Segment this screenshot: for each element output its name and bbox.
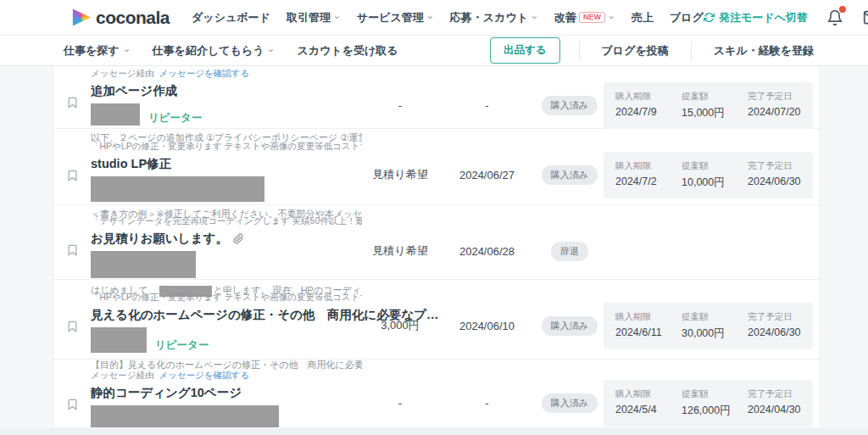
item-title[interactable]: studio LP修正 bbox=[91, 156, 171, 172]
purchase-detail-panel: 購入期限2024/7/9 提案額15,000円 完了予定日2024/07/20 bbox=[604, 82, 813, 129]
date-cell: 2024/06/10 bbox=[438, 320, 536, 332]
via-line: 「HPやLPの修正・変更承ります テキストや画像の変更等低コストで修正・…」経由 bbox=[91, 141, 362, 153]
switch-to-buyer-mode-link[interactable]: 発注モードへ切替 bbox=[704, 10, 808, 25]
nav-dashboard[interactable]: ダッシュボード bbox=[192, 10, 270, 25]
price-cell: 見積り希望 bbox=[362, 243, 438, 259]
chevron-down-icon bbox=[267, 47, 275, 54]
date-cell: - bbox=[438, 99, 536, 112]
header-actions: 発注モードへ切替 3 ? bbox=[704, 6, 868, 29]
subnav-find-work[interactable]: 仕事を探す bbox=[64, 43, 131, 59]
chevron-down-icon bbox=[531, 14, 538, 21]
request-list-area: メッセージ経由メッセージを確認する 追加ページ作成 リピーター 以下、２ページの… bbox=[0, 66, 868, 435]
price-cell: - bbox=[362, 99, 438, 112]
purchase-deadline: 2024/6/11 bbox=[615, 326, 668, 338]
subnav-get-referrals[interactable]: 仕事を紹介してもらう bbox=[153, 43, 275, 59]
check-message-link[interactable]: メッセージを確認する bbox=[159, 68, 249, 78]
seller-subnav: 仕事を探す 仕事を紹介してもらう スカウトを受け取る 出品する ブログを投稿 ス… bbox=[0, 36, 868, 66]
proposal-amount: 15,000円 bbox=[682, 106, 734, 120]
bookmark-icon bbox=[66, 243, 79, 258]
status-badge: 購入済み bbox=[542, 96, 598, 115]
redacted-client-name bbox=[91, 103, 140, 125]
price-cell: 3,000円 bbox=[362, 318, 438, 333]
redacted-client-name bbox=[91, 327, 147, 353]
item-title[interactable]: お見積りお願いします。 bbox=[91, 231, 228, 247]
list-item[interactable]: メッセージ経由メッセージを確認する 追加ページ作成 リピーター 以下、２ページの… bbox=[53, 66, 820, 129]
chevron-down-icon bbox=[333, 14, 341, 21]
list-item[interactable]: メッセージ経由メッセージを確認する 静的コーディング10ページ 静的コーディング… bbox=[53, 360, 820, 427]
coconala-logo-icon bbox=[72, 8, 91, 27]
bookmark-button[interactable] bbox=[53, 95, 91, 110]
item-title[interactable]: 追加ページ作成 bbox=[91, 83, 177, 99]
list-item[interactable]: 「HPやLPの修正・変更承ります テキストや画像の変更等低コストで修正・…」経由… bbox=[53, 129, 820, 205]
subnav-right: 出品する ブログを投稿 スキル・経験を登録 bbox=[490, 37, 814, 64]
date-cell: 2024/06/27 bbox=[438, 169, 536, 181]
via-line: 「デザインデータを完全再現コーディングします 実績50件以上！最短即日… 」経由 bbox=[91, 215, 362, 227]
messages-button[interactable]: 3 bbox=[862, 8, 868, 28]
price-cell: 見積り希望 bbox=[362, 167, 438, 182]
via-line: 「HPやLPの修正・変更承ります テキストや画像の変更等低コストで修正・…」経由 bbox=[91, 292, 362, 304]
bookmark-icon bbox=[66, 168, 79, 183]
nav-services[interactable]: サービス管理 bbox=[357, 10, 434, 25]
via-line: メッセージ経由メッセージを確認する bbox=[91, 68, 362, 80]
nav-blog[interactable]: ブログ bbox=[670, 10, 704, 25]
subnav-left: 仕事を探す 仕事を紹介してもらう スカウトを受け取る bbox=[64, 43, 398, 59]
global-header: coconala ダッシュボード 取引管理 サービス管理 応募・スカウト 改善N… bbox=[0, 0, 868, 36]
next-section-strip bbox=[0, 428, 868, 435]
repeater-label: リピーター bbox=[155, 338, 209, 353]
date-cell: 2024/06/28 bbox=[438, 245, 536, 258]
request-list-card: メッセージ経由メッセージを確認する 追加ページ作成 リピーター 以下、２ページの… bbox=[53, 66, 821, 427]
bookmark-button[interactable] bbox=[53, 397, 91, 412]
main-nav: ダッシュボード 取引管理 サービス管理 応募・スカウト 改善NEW 売上 ブログ bbox=[192, 10, 704, 25]
redacted-client-name bbox=[91, 176, 264, 202]
notifications-button[interactable] bbox=[825, 8, 845, 28]
post-blog-link[interactable]: ブログを投稿 bbox=[580, 43, 691, 59]
purchase-deadline: 2024/5/4 bbox=[615, 404, 668, 415]
status-badge: 購入済み bbox=[542, 165, 598, 185]
via-text: メッセージ経由 bbox=[91, 68, 153, 78]
check-message-link[interactable]: メッセージを確認する bbox=[159, 370, 249, 380]
completion-date: 2024/07/20 bbox=[748, 106, 801, 118]
date-cell: - bbox=[438, 397, 536, 410]
chevron-down-icon bbox=[123, 47, 131, 54]
status-badge: 辞退 bbox=[551, 242, 588, 261]
completion-date: 2024/06/30 bbox=[748, 326, 801, 338]
repeater-label: リピーター bbox=[148, 111, 202, 125]
register-skills-link[interactable]: スキル・経験を登録 bbox=[692, 43, 814, 59]
notification-dot bbox=[839, 6, 846, 13]
logo-text: coconala bbox=[96, 8, 170, 28]
price-cell: - bbox=[362, 397, 438, 410]
nav-applications[interactable]: 応募・スカウト bbox=[450, 10, 538, 25]
subnav-receive-scouts[interactable]: スカウトを受け取る bbox=[297, 43, 398, 59]
list-item[interactable]: 「デザインデータを完全再現コーディングします 実績50件以上！最短即日… 」経由… bbox=[53, 205, 820, 280]
nav-sales[interactable]: 売上 bbox=[632, 10, 654, 25]
chevron-down-icon bbox=[608, 14, 615, 21]
bookmark-button[interactable] bbox=[53, 319, 91, 334]
bookmark-button[interactable] bbox=[53, 243, 91, 258]
proposal-amount: 126,000円 bbox=[682, 404, 734, 418]
nav-transactions[interactable]: 取引管理 bbox=[287, 10, 341, 25]
new-badge: NEW bbox=[579, 12, 605, 23]
purchase-detail-panel: 購入期限2024/7/2 提案額10,000円 完了予定日2024/06/30 bbox=[604, 152, 813, 198]
purchase-deadline: 2024/7/9 bbox=[615, 106, 668, 118]
status-badge: 購入済み bbox=[542, 393, 598, 413]
paperclip-icon bbox=[233, 233, 244, 244]
via-line: メッセージ経由メッセージを確認する bbox=[91, 370, 362, 382]
purchase-detail-panel: 購入期限2024/6/11 提案額30,000円 完了予定日2024/06/30 bbox=[604, 303, 813, 349]
refresh-icon bbox=[704, 12, 715, 23]
via-text: メッセージ経由 bbox=[91, 370, 153, 380]
nav-improvement[interactable]: 改善NEW bbox=[554, 10, 615, 25]
status-badge: 購入済み bbox=[542, 316, 598, 336]
redacted-client-name bbox=[91, 251, 196, 278]
list-item[interactable]: 「HPやLPの修正・変更承ります テキストや画像の変更等低コストで修正・…」経由… bbox=[53, 280, 820, 360]
purchase-deadline: 2024/7/2 bbox=[615, 176, 668, 187]
coconala-logo[interactable]: coconala bbox=[72, 8, 170, 28]
chevron-down-icon bbox=[426, 14, 434, 21]
bookmark-icon bbox=[66, 319, 79, 334]
item-title[interactable]: 静的コーディング10ページ bbox=[91, 385, 242, 401]
sell-service-button[interactable]: 出品する bbox=[490, 37, 560, 64]
mail-icon bbox=[863, 8, 868, 26]
bookmark-button[interactable] bbox=[53, 168, 91, 183]
purchase-detail-panel: 購入期限2024/5/4 提案額126,000円 完了予定日2024/04/30 bbox=[604, 380, 813, 427]
proposal-amount: 30,000円 bbox=[682, 326, 734, 341]
proposal-amount: 10,000円 bbox=[682, 176, 734, 190]
